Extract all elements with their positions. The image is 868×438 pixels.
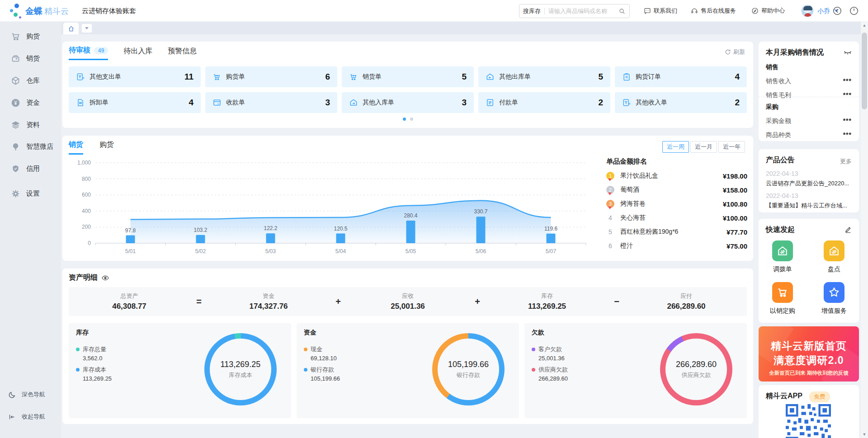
quick-action-label: 调拨单 [765, 265, 800, 273]
dark-nav-toggle[interactable]: 深色导航 [0, 388, 61, 401]
announcement-item[interactable]: 2022-04-13 云进销存产品更新公告_20220... [766, 170, 853, 188]
range-last-month[interactable]: 近一月 [690, 141, 717, 153]
dark-nav-label: 深色导航 [22, 391, 45, 399]
product-announcements-panel: 产品公告 更多 2022-04-13 云进销存产品更新公告_20220... 2… [759, 149, 859, 212]
search-scope-label[interactable]: 搜库存 [523, 7, 541, 15]
card-receipt[interactable]: 收款单 3 [205, 92, 337, 113]
card-sales-doc[interactable]: 销货单 5 [342, 66, 474, 87]
receipt-card-icon [212, 98, 222, 107]
sidebar-item-settings[interactable]: 设置 [0, 185, 61, 202]
eye-icon[interactable] [101, 274, 109, 282]
edit-pencil-icon[interactable] [844, 226, 852, 235]
announcement-item[interactable]: 2022-04-13 【重要通知】精斗云工作台域... [766, 192, 853, 210]
eye-closed-icon[interactable] [844, 50, 852, 58]
quick-action-transfer[interactable]: 调拨单 [765, 240, 800, 273]
tab-pending-in-out[interactable]: 待出入库 [123, 47, 152, 60]
user-name[interactable]: 小乔 [817, 7, 830, 15]
sidebar-item-credit[interactable]: 信用 [0, 160, 61, 177]
back-button[interactable] [832, 6, 842, 16]
scroll-down-button[interactable]: ▼ [861, 431, 868, 438]
monthly-summary-panel: 本月采购销售情况 销售 销售收入*** 销售毛利*** 采购 采购金额*** 商… [759, 42, 859, 141]
sales-trend-chart: 02004006008001,00097.85/01103.25/02122.2… [66, 156, 602, 259]
announcement-text: 云进销存产品更新公告_20220... [766, 179, 853, 188]
quick-action-stocktake[interactable]: 盘点 [816, 240, 852, 273]
home-tab[interactable] [63, 23, 79, 34]
tab-pending-approval[interactable]: 待审核 49 [69, 46, 108, 60]
ranking-row[interactable]: 2 葡萄酒 ¥158.00 [606, 186, 747, 194]
quick-action-order-by-sales[interactable]: 以销定购 [765, 282, 800, 315]
sidebar-item-smart-store[interactable]: 智慧微店 [0, 138, 61, 155]
card-purchase-order[interactable]: 购货订单 4 [615, 66, 747, 87]
pagination-dot-active[interactable] [403, 118, 406, 121]
card-purchase-order-doc[interactable]: 购货单 6 [205, 66, 337, 87]
range-last-week[interactable]: 近一周 [662, 141, 689, 153]
search-icon[interactable] [618, 8, 626, 15]
ranking-row[interactable]: 1 果汁饮品礼盒 ¥198.00 [606, 172, 747, 180]
sidebar-label: 信用 [26, 165, 40, 173]
svg-text:120.5: 120.5 [334, 226, 347, 232]
legend-item: 库存总量3,562.0 [76, 345, 112, 362]
card-other-expense[interactable]: 其他支出单 11 [69, 66, 201, 87]
bronze-medal-icon: 3 [606, 200, 614, 208]
banner-line1: 精斗云新版首页 [759, 339, 859, 353]
sidebar-item-warehouse[interactable]: 仓库 [0, 72, 61, 89]
left-nav-sidebar: 购货 销货 仓库 资金 资料 智慧微店 信用 设置 [0, 22, 61, 438]
svg-text:122.2: 122.2 [264, 225, 277, 231]
inventory-total: 库存113,269.25 [486, 292, 608, 311]
sidebar-label: 资金 [26, 99, 40, 107]
doc-hash-icon [76, 98, 85, 107]
sidebar-item-sales[interactable]: 销货 [0, 50, 61, 66]
scroll-up-button[interactable]: ▲ [861, 22, 868, 29]
card-disassembly[interactable]: 拆卸单 4 [69, 92, 201, 113]
page-scrollbar[interactable]: ▲ ▼ [861, 22, 868, 438]
announcement-date: 2022-04-13 [766, 192, 853, 199]
item-amount: ¥158.00 [723, 186, 747, 194]
user-avatar[interactable] [801, 5, 814, 17]
card-label: 购货订单 [636, 73, 661, 81]
ranking-row[interactable]: 6 橙汁 ¥75.00 [606, 242, 747, 250]
card-other-inbound[interactable]: 其他入库单 3 [342, 92, 474, 113]
asset-detail-panel: 资产明细 总资产46,308.77 = 资金174,327.76 + 应收25,… [62, 268, 753, 424]
warehouse-in-icon [349, 98, 358, 107]
sidebar-item-funds[interactable]: 资金 [0, 94, 61, 111]
sidebar-item-materials[interactable]: 资料 [0, 117, 61, 133]
cart-plus-icon [212, 72, 222, 81]
quick-action-value-added[interactable]: 增值服务 [816, 282, 852, 315]
tab-sales[interactable]: 销货 [69, 140, 83, 155]
funds-donut-panel: 资金 现金69,128.10 银行存款105,199.66 105,199.66… [297, 323, 519, 418]
legend-item: 库存成本113,269.25 [76, 365, 112, 382]
card-other-income[interactable]: 其他收入单 2 [615, 92, 747, 113]
more-link[interactable]: 更多 [840, 157, 852, 165]
card-other-outbound[interactable]: 其他出库单 5 [478, 66, 610, 87]
ranking-row[interactable]: 3 烤海苔卷 ¥100.80 [606, 200, 747, 208]
tab-purchase[interactable]: 购货 [99, 140, 114, 155]
tab-list-dropdown[interactable] [82, 24, 92, 33]
gear-icon [11, 189, 20, 198]
logo-brand: 金蝶 [25, 5, 42, 17]
account-title: 云进销存体验账套 [82, 7, 136, 15]
tab-alerts[interactable]: 预警信息 [168, 47, 197, 60]
card-payment[interactable]: 付款单 2 [478, 92, 610, 113]
range-last-year[interactable]: 近一年 [718, 141, 745, 153]
svg-text:5/07: 5/07 [546, 248, 557, 254]
scrollbar-thumb[interactable] [862, 33, 867, 109]
survey-banner[interactable]: 精斗云新版首页 满意度调研2.0 全新首页已到来 期待收到您的反馈 [759, 326, 859, 381]
card-label: 收款单 [226, 99, 245, 107]
help-center-link[interactable]: 帮助中心 [751, 0, 785, 22]
collapse-nav-toggle[interactable]: 收起导航 [0, 410, 61, 424]
refresh-button[interactable]: 刷新 [725, 48, 745, 56]
sidebar-item-purchase[interactable]: 购货 [0, 28, 61, 44]
card-count: 5 [598, 72, 603, 82]
kingdee-logo-icon [10, 4, 22, 18]
inventory-search-box[interactable]: 搜库存 [519, 4, 630, 18]
ranking-row[interactable]: 4 夹心海苔 ¥100.00 [606, 214, 747, 222]
pagination-dot[interactable] [410, 118, 413, 121]
logout-power-button[interactable] [849, 6, 859, 16]
ranking-row[interactable]: 5 西红柿意粉酱190g*6 ¥77.70 [606, 228, 747, 236]
after-sales-service-link[interactable]: 售后在线服务 [691, 0, 736, 22]
contact-us-link[interactable]: 联系我们 [644, 0, 677, 22]
masked-value: *** [843, 91, 852, 99]
svg-text:5/02: 5/02 [195, 248, 206, 254]
search-input[interactable] [548, 8, 618, 14]
doc-pay-icon [486, 98, 495, 107]
